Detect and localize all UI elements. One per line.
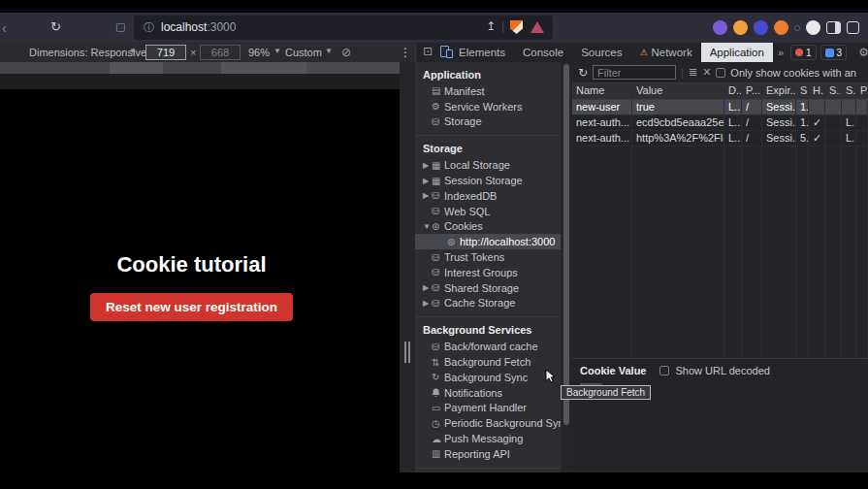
profile-icon[interactable] bbox=[847, 21, 859, 34]
more-options-icon[interactable]: ⋮ bbox=[400, 46, 411, 59]
sidebar-item-indexeddb[interactable]: ▶⛁IndexedDB bbox=[415, 188, 561, 204]
report-icon: ▥ bbox=[432, 448, 444, 459]
sidebar-item-notifications[interactable]: Notifications bbox=[415, 385, 561, 401]
cell-size: 5.. bbox=[796, 131, 809, 146]
tab-application[interactable]: Application bbox=[701, 43, 773, 62]
section-header: Background Services bbox=[415, 320, 561, 339]
chevron-down-icon[interactable]: ▼ bbox=[129, 47, 137, 55]
sidebar-item-storage[interactable]: ⛁Storage bbox=[415, 114, 561, 130]
fox-extension-icon[interactable] bbox=[774, 20, 788, 35]
bookmark-icon[interactable]: ▢ bbox=[115, 20, 125, 33]
column-header-sameSite[interactable]: S.. bbox=[842, 83, 856, 99]
resize-handle-icon[interactable] bbox=[404, 342, 406, 363]
tab-elements[interactable]: Elements bbox=[450, 43, 514, 62]
tab-network[interactable]: ⚠Network bbox=[630, 43, 700, 62]
column-header-size[interactable]: S.. bbox=[796, 83, 809, 99]
sidebar-item-cookies[interactable]: ▼⊛Cookies bbox=[415, 219, 561, 235]
tab-sources[interactable]: Sources bbox=[572, 43, 630, 62]
address-bar[interactable]: ⓘ localhost:3000 ↥ | bbox=[134, 16, 553, 40]
sidebar-item-interest-groups[interactable]: ⛁Interest Groups bbox=[415, 265, 561, 280]
error-badge[interactable]: 1 bbox=[790, 45, 817, 60]
tab-console[interactable]: Console bbox=[514, 43, 572, 62]
sidebar-item-push-messaging[interactable]: ☁Push Messaging bbox=[415, 431, 561, 446]
share-icon[interactable]: ↥ bbox=[486, 19, 496, 33]
sidebar-item-http-localhost-3000[interactable]: ⊛http://localhost:3000 bbox=[415, 234, 561, 249]
sidebar-item-trust-tokens[interactable]: ⛁Trust Tokens bbox=[415, 249, 561, 265]
sidebar-item-web-sql[interactable]: ⛁Web SQL bbox=[415, 204, 561, 219]
disclosure-right-icon[interactable]: ▶ bbox=[423, 191, 432, 200]
sidebar-item-payment-handler[interactable]: ▭Payment Handler bbox=[415, 401, 561, 416]
column-header-httpOnly[interactable]: H.. bbox=[809, 83, 825, 99]
reset-registration-button[interactable]: Reset new user registration bbox=[90, 293, 293, 321]
issues-badge[interactable]: 3 bbox=[820, 45, 848, 60]
triangle-extension-icon[interactable] bbox=[530, 21, 544, 33]
reload-icon[interactable]: ↻ bbox=[50, 19, 61, 34]
delete-all-icon[interactable]: ✕ bbox=[702, 66, 711, 79]
cell-path: / bbox=[742, 100, 762, 114]
clear-filter-icon[interactable]: ≣ bbox=[689, 66, 697, 79]
scrollbar-thumb[interactable] bbox=[563, 64, 569, 425]
zoom-level[interactable]: 96% bbox=[248, 47, 270, 58]
column-header-path[interactable]: P... bbox=[742, 83, 762, 99]
sidebar-item-service-workers[interactable]: ⚙Service Workers bbox=[415, 99, 561, 114]
throttling-select[interactable]: Custom bbox=[285, 47, 322, 58]
back-icon[interactable]: ‹ bbox=[2, 20, 7, 36]
side-panel-icon[interactable] bbox=[826, 21, 841, 34]
sidebar-item-manifest[interactable]: ▤Manifest bbox=[415, 83, 561, 99]
column-header-domain[interactable]: D.. bbox=[724, 83, 742, 99]
warning-icon: ⚠ bbox=[639, 48, 647, 57]
sidebar-item-back-forward-cache[interactable]: ⛁Back/forward cache bbox=[415, 339, 561, 354]
settings-gear-icon[interactable]: ⚙ bbox=[858, 46, 868, 62]
chevron-down-icon[interactable]: ▼ bbox=[325, 47, 333, 55]
column-header-secure[interactable]: S... bbox=[825, 83, 842, 99]
column-header-value[interactable]: Value bbox=[632, 83, 724, 99]
tab-label: Network bbox=[651, 47, 691, 58]
inspect-element-icon[interactable]: ⊡ bbox=[423, 45, 433, 62]
cookie-row-next-auth-[interactable]: next-auth...ecd9cbd5eaaa25e...L../Sessi.… bbox=[572, 115, 868, 131]
viewport-height-input[interactable] bbox=[200, 45, 241, 60]
purple-extension-icon[interactable] bbox=[713, 20, 727, 35]
toolbar-divider: | bbox=[681, 67, 684, 79]
sidebar-item-label: http://localhost:3000 bbox=[460, 236, 555, 247]
disclosure-down-icon[interactable]: ▼ bbox=[423, 222, 432, 231]
puzzle-extensions-icon[interactable] bbox=[806, 20, 820, 35]
disclosure-right-icon[interactable]: ▶ bbox=[423, 161, 432, 170]
show-url-decoded-checkbox[interactable] bbox=[659, 366, 669, 375]
resize-handle-icon[interactable] bbox=[408, 342, 410, 363]
empty-column-priority bbox=[856, 147, 868, 358]
orange-extension-icon[interactable] bbox=[733, 20, 748, 35]
database-icon: ⛁ bbox=[432, 252, 444, 263]
sidebar-item-periodic-background-sync[interactable]: ◷Periodic Background Sync bbox=[415, 415, 561, 431]
more-tabs-icon[interactable]: » bbox=[773, 43, 788, 62]
column-header-expires[interactable]: Expir... bbox=[762, 83, 796, 99]
sidebar-item-shared-storage[interactable]: ▶⛁Shared Storage bbox=[415, 280, 561, 296]
sidebar-scrollbar[interactable] bbox=[561, 62, 572, 473]
disclosure-right-icon[interactable]: ▶ bbox=[423, 283, 432, 292]
sidebar-item-local-storage[interactable]: ▶▦Local Storage bbox=[415, 157, 561, 173]
viewport-width-input[interactable] bbox=[145, 45, 186, 60]
sidebar-item-session-storage[interactable]: ▶▦Session Storage bbox=[415, 173, 561, 188]
url-divider: | bbox=[501, 19, 504, 33]
rotate-icon[interactable]: ⊘ bbox=[341, 46, 351, 59]
indigo-extension-icon[interactable] bbox=[754, 20, 768, 35]
cookie-filter-input[interactable] bbox=[593, 65, 676, 80]
disclosure-right-icon[interactable]: ▶ bbox=[423, 177, 432, 185]
cell-name: next-auth... bbox=[572, 115, 632, 130]
sidebar-section: Background Services⛁Back/forward cache⇅B… bbox=[415, 317, 561, 468]
shield-extension-icon[interactable] bbox=[510, 20, 523, 34]
cookie-row-next-auth-[interactable]: next-auth...http%3A%2F%2Flo...L../Sessi.… bbox=[572, 131, 868, 147]
column-header-priority[interactable]: P. bbox=[856, 83, 868, 99]
sidebar-item-cache-storage[interactable]: ▶⛁Cache Storage bbox=[415, 296, 561, 311]
sidebar-item-background-sync[interactable]: ↻Background Sync bbox=[415, 370, 561, 385]
refresh-icon[interactable]: ↻ bbox=[578, 66, 588, 80]
cookie-value-panel: Cookie Value Show URL decoded true bbox=[572, 358, 868, 473]
chevron-down-icon[interactable]: ▼ bbox=[273, 47, 281, 55]
sidebar-item-reporting-api[interactable]: ▥Reporting API bbox=[415, 446, 561, 462]
only-show-checkbox[interactable] bbox=[716, 68, 725, 78]
disclosure-right-icon[interactable]: ▶ bbox=[423, 299, 432, 308]
sidebar-item-background-fetch[interactable]: ⇅Background Fetch bbox=[415, 354, 561, 370]
viewport-width-ruler[interactable] bbox=[0, 62, 400, 74]
column-header-name[interactable]: Name bbox=[572, 83, 632, 99]
site-info-icon[interactable]: ⓘ bbox=[144, 20, 154, 35]
cookie-row-new-user[interactable]: new-usertrueL../Sessi...1.. bbox=[572, 100, 868, 115]
